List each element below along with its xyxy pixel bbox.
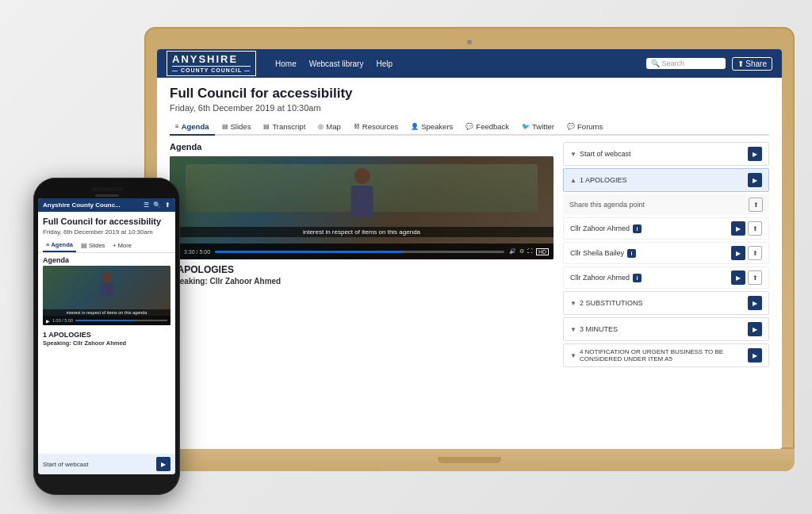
sheila-row-actions: ▶ ⬆ xyxy=(731,246,762,260)
figure-head xyxy=(354,168,370,184)
zahoor2-play-button[interactable]: ▶ xyxy=(731,270,745,285)
page-tabs: ≡ Agenda ▤ Slides ▤ Transcript ◎ xyxy=(170,119,769,136)
nav-help[interactable]: Help xyxy=(376,59,393,68)
speaker-row-zahoor-2[interactable]: Cllr Zahoor Ahmed i ▶ ⬆ xyxy=(563,267,769,289)
scene: ANYSHIRE — COUNTY COUNCIL — Home Webcast… xyxy=(17,11,795,503)
tab-speakers-label: Speakers xyxy=(421,122,453,131)
hd-badge: HD xyxy=(536,248,549,255)
volume-icon[interactable]: 🔊 xyxy=(509,248,516,255)
video-time: 3:30 / 5:00 xyxy=(184,249,210,255)
sheila-play-button[interactable]: ▶ xyxy=(731,246,745,260)
tab-slides[interactable]: ▤ Slides xyxy=(216,119,257,134)
sidebar-item-substitutions[interactable]: ▼ 2 SUBSTITUTIONS ▶ xyxy=(563,291,769,315)
phone-agenda-label: Agenda xyxy=(38,253,175,266)
phone-bottom-bar: Start of webcast ▶ xyxy=(38,454,175,474)
share-agenda-button[interactable]: ⬆ xyxy=(749,198,763,212)
phone-tab-slides[interactable]: ▤ Slides xyxy=(78,239,108,252)
phone-tab-agenda-label: Agenda xyxy=(51,241,73,248)
phone-menu-icon[interactable]: ☰ xyxy=(144,201,149,209)
twitter-icon: 🐦 xyxy=(522,123,530,130)
sidebar-item-apologies-label: 1 APOLOGIES xyxy=(580,176,627,184)
phone-figure xyxy=(100,272,114,301)
sidebar-item-minutes[interactable]: ▼ 3 MINUTES ▶ xyxy=(563,317,769,341)
browser-header: ANYSHIRE — COUNTY COUNCIL — Home Webcast… xyxy=(157,49,782,78)
minutes-chevron-icon: ▼ xyxy=(570,326,576,333)
sidebar-item-apologies[interactable]: ▲ 1 APOLOGIES ▶ xyxy=(563,168,769,192)
phone-notch xyxy=(91,187,123,191)
phone-share-icon[interactable]: ⬆ xyxy=(165,201,170,209)
phone-title: Full Council for accessibility xyxy=(38,212,175,228)
zahoor2-row-actions: ▶ ⬆ xyxy=(731,270,762,285)
map-icon: ◎ xyxy=(318,123,324,130)
speaker-share-button[interactable]: ⬆ xyxy=(748,221,762,236)
tab-forums-label: Forums xyxy=(577,122,603,131)
phone-tab-more-label: + More xyxy=(113,242,132,249)
browser-search[interactable]: 🔍 Search xyxy=(646,58,726,69)
forums-icon: 💬 xyxy=(567,123,575,130)
sheila-share-button[interactable]: ⬆ xyxy=(748,246,762,260)
phone-search-icon[interactable]: 🔍 xyxy=(153,201,161,209)
phone-tab-agenda[interactable]: ≡ Agenda xyxy=(43,239,76,252)
sidebar-item-notification[interactable]: ▼ 4 NOTIFICATION OR URGENT BUSINESS TO B… xyxy=(563,343,769,367)
page-date: Friday, 6th December 2019 at 10:30am xyxy=(170,103,769,113)
tab-agenda[interactable]: ≡ Agenda xyxy=(170,119,215,136)
tab-forums[interactable]: 💬 Forums xyxy=(561,119,608,134)
info-badge-sheila-icon[interactable]: i xyxy=(627,249,636,258)
settings-icon[interactable]: ⚙ xyxy=(519,248,524,255)
tab-map[interactable]: ◎ Map xyxy=(312,119,346,134)
zahoor2-share-button[interactable]: ⬆ xyxy=(748,270,762,285)
phone: Anyshire County Counc... ☰ 🔍 ⬆ Full Coun… xyxy=(33,178,180,495)
tab-resources[interactable]: ⛓ Resources xyxy=(348,119,404,134)
phone-tab-more[interactable]: + More xyxy=(109,239,135,252)
phone-speaking-prefix: Speaking: xyxy=(43,339,73,347)
search-icon: 🔍 xyxy=(651,59,660,67)
tab-agenda-label: Agenda xyxy=(182,122,209,131)
minutes-play-button[interactable]: ▶ xyxy=(748,322,762,336)
speaker-sheila-label: Cllr Sheila Bailey xyxy=(570,249,624,257)
speaker-play-button[interactable]: ▶ xyxy=(731,221,745,236)
phone-video[interactable]: interest in respect of items on this age… xyxy=(43,266,170,325)
phone-outer: Anyshire County Counc... ☰ 🔍 ⬆ Full Coun… xyxy=(33,178,180,495)
phone-bottom-play-button[interactable]: ▶ xyxy=(156,457,170,471)
main-layout: Agenda interest in respect of items on xyxy=(170,142,769,437)
section-sub: Speaking: Cllr Zahoor Ahmed xyxy=(170,277,553,286)
speaking-name: Cllr Zahoor Ahmed xyxy=(210,277,282,286)
speakers-icon: 👤 xyxy=(411,123,419,130)
phone-progress-bar[interactable] xyxy=(75,320,167,321)
phone-date: Friday, 6th December 2019 at 10:30am xyxy=(38,228,175,239)
share-label: Share xyxy=(745,59,767,68)
search-placeholder: Search xyxy=(662,59,685,67)
left-panel: Agenda interest in respect of items on xyxy=(170,142,553,437)
tab-transcript[interactable]: ▤ Transcript xyxy=(258,119,311,134)
speaker-row-zahoor-1[interactable]: Cllr Zahoor Ahmed i ▶ ⬆ xyxy=(563,217,769,240)
sidebar-item-start-webcast[interactable]: ▼ Start of webcast ▶ xyxy=(563,142,769,166)
play-button[interactable]: ▶ xyxy=(748,147,762,161)
video-player[interactable]: interest in respect of items on this age… xyxy=(170,156,553,259)
video-ctrl-icons: 🔊 ⚙ ⛶ HD xyxy=(509,248,549,255)
speaker-row-sheila[interactable]: Cllr Sheila Bailey i ▶ ⬆ xyxy=(563,242,769,264)
info-badge-zahoor2-icon[interactable]: i xyxy=(633,274,642,282)
video-progress-bar[interactable] xyxy=(215,251,504,253)
tab-twitter[interactable]: 🐦 Twitter xyxy=(516,119,560,134)
slides-icon: ▤ xyxy=(222,123,228,130)
info-badge-icon[interactable]: i xyxy=(633,224,642,233)
laptop-body xyxy=(144,449,795,471)
tab-resources-label: Resources xyxy=(362,122,398,131)
substitutions-play-button[interactable]: ▶ xyxy=(748,296,762,310)
phone-play-button[interactable]: ▶ xyxy=(46,318,50,324)
tab-map-label: Map xyxy=(326,122,340,131)
notification-play-button[interactable]: ▶ xyxy=(748,348,762,362)
tab-transcript-label: Transcript xyxy=(272,122,305,131)
fullscreen-icon[interactable]: ⛶ xyxy=(527,248,533,255)
apologies-play-button[interactable]: ▶ xyxy=(748,173,762,187)
resources-icon: ⛓ xyxy=(354,123,360,130)
share-button[interactable]: ⬆ Share xyxy=(732,57,772,71)
transcript-icon: ▤ xyxy=(263,123,270,130)
phone-section-title: 1 APOLOGIES xyxy=(38,328,175,339)
tab-feedback[interactable]: 💬 Feedback xyxy=(460,119,515,134)
agenda-icon: ≡ xyxy=(175,123,179,130)
phone-agenda-icon: ≡ xyxy=(46,241,49,248)
nav-home[interactable]: Home xyxy=(275,59,297,68)
tab-speakers[interactable]: 👤 Speakers xyxy=(405,119,458,134)
nav-webcast[interactable]: Webcast library xyxy=(309,59,364,68)
